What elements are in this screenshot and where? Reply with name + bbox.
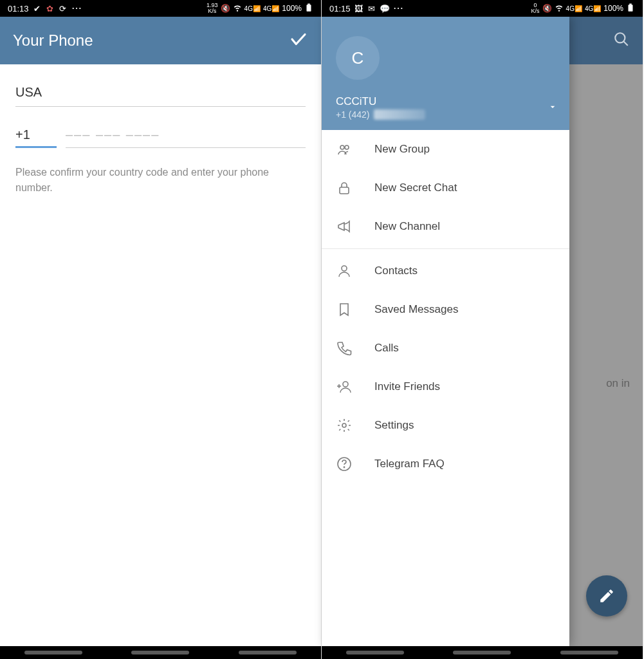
battery-icon [626,3,635,14]
status-more-icon [71,3,82,14]
drawer-item-saved-messages[interactable]: Saved Messages [322,290,569,329]
svg-point-6 [340,145,344,149]
status-mail-icon: ✉ [367,4,376,13]
signal-icon-1: 4G📶 [244,5,261,12]
drawer-header[interactable]: C CCCiTU +1 (442) [322,17,569,130]
status-chat-icon: 💬 [380,4,389,13]
lock-icon [336,180,353,196]
drawer-item-label: Telegram FAQ [374,458,445,470]
screen-drawer: 01:15 🖼 ✉ 💬 0 K/s 🔇 4G📶 4G📶 100% [322,0,643,659]
megaphone-icon [336,218,353,235]
svg-point-13 [342,423,346,427]
person-icon [336,263,353,279]
status-notification-icon: ✿ [46,4,55,13]
mute-icon: 🔇 [221,4,230,13]
signal-icon-2: 4G📶 [585,5,601,12]
search-button[interactable] [613,31,630,50]
drawer-item-label: Contacts [374,265,418,277]
drawer-item-label: Invite Friends [374,380,440,393]
drawer-item-new-channel[interactable]: New Channel [322,207,569,246]
svg-rect-0 [307,5,311,11]
svg-rect-1 [308,3,310,5]
avatar: C [336,36,380,80]
bookmark-icon [336,301,353,318]
drawer-item-label: New Secret Chat [374,181,457,194]
status-image-icon: 🖼 [354,4,363,13]
confirm-button[interactable] [289,30,308,51]
signal-icon-1: 4G📶 [566,5,582,12]
drawer-item-label: New Channel [374,220,440,233]
status-time: 01:15 [329,4,351,14]
account-name: CCCiTU [336,95,557,108]
svg-rect-3 [629,3,632,5]
android-navbar [322,646,643,659]
svg-point-10 [343,382,348,387]
status-battery-pct: 100% [282,4,302,13]
status-speed: 1.93 K/s [207,3,218,14]
drawer-item-label: Settings [374,419,414,432]
nav-back[interactable] [239,651,297,654]
form-hint: Please confirm your country code and ent… [15,165,299,196]
drawer-list: New GroupNew Secret ChatNew ChannelConta… [322,130,569,646]
person-add-icon [336,378,353,395]
status-bar: 01:13 ✔ ✿ ⟳ 1.93 K/s 🔇 4G📶 4G📶 100% [0,0,321,17]
phone-censored [374,109,425,120]
country-code-input[interactable]: +1 [15,121,57,148]
phone-form: USA +1 ––– ––– –––– Please confirm your … [0,64,321,646]
phone-icon [336,340,353,357]
nav-home[interactable] [453,651,511,654]
drawer-item-label: Calls [374,342,399,355]
screen-login: 01:13 ✔ ✿ ⟳ 1.93 K/s 🔇 4G📶 4G📶 100% [0,0,322,659]
nav-back[interactable] [560,651,618,654]
svg-rect-8 [340,187,349,194]
appbar: Your Phone [0,17,321,64]
help-icon [336,456,353,472]
account-phone: +1 (442) [336,109,370,120]
mute-icon: 🔇 [542,4,552,13]
chevron-down-icon [547,102,558,112]
status-bar: 01:15 🖼 ✉ 💬 0 K/s 🔇 4G📶 4G📶 100% [322,0,643,17]
wifi-icon [233,3,242,14]
bg-partial-text: on in [606,377,630,390]
nav-recent[interactable] [346,651,404,654]
expand-accounts-button[interactable] [547,102,558,115]
svg-line-5 [623,41,628,46]
status-sync-icon: ⟳ [59,4,68,13]
phone-number-input[interactable]: ––– ––– –––– [66,121,306,148]
drawer-item-label: Saved Messages [374,303,458,316]
navigation-drawer: C CCCiTU +1 (442) New GroupNew Secret Ch… [322,17,569,646]
svg-point-15 [344,467,344,467]
status-speed: 0 K/s [531,3,540,14]
country-selector[interactable]: USA [15,79,306,107]
drawer-item-invite-friends[interactable]: Invite Friends [322,367,569,406]
signal-icon-2: 4G📶 [263,5,279,12]
status-more-icon [393,3,403,14]
svg-rect-2 [629,5,633,11]
group-icon [336,141,353,158]
svg-point-9 [342,266,347,271]
android-navbar [0,646,321,659]
status-time: 01:13 [8,4,29,14]
nav-home[interactable] [131,651,189,654]
drawer-item-label: New Group [374,143,430,156]
pencil-icon [598,588,615,604]
svg-point-4 [615,33,625,42]
drawer-item-calls[interactable]: Calls [322,329,569,367]
drawer-separator [322,248,569,249]
drawer-item-settings[interactable]: Settings [322,406,569,445]
compose-fab[interactable] [586,575,627,617]
status-battery-pct: 100% [603,4,623,13]
drawer-item-new-secret-chat[interactable]: New Secret Chat [322,169,569,207]
svg-point-7 [345,145,349,149]
status-app-icon: ✔ [33,4,42,13]
avatar-letter: C [352,48,364,68]
battery-icon [304,3,313,14]
drawer-item-contacts[interactable]: Contacts [322,252,569,290]
drawer-item-new-group[interactable]: New Group [322,130,569,169]
wifi-icon [555,3,564,14]
nav-recent[interactable] [24,651,82,654]
page-title: Your Phone [13,32,93,50]
drawer-item-telegram-faq[interactable]: Telegram FAQ [322,445,569,483]
gear-icon [336,417,353,434]
